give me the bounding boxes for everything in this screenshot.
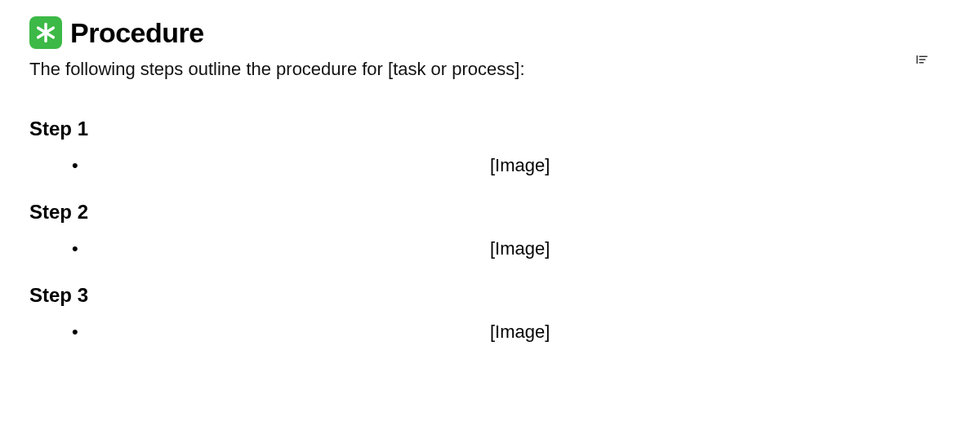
step-block: Step 1 • [Image]: [29, 117, 951, 176]
step-image-placeholder[interactable]: [Image]: [490, 321, 951, 343]
step-title[interactable]: Step 2: [29, 201, 951, 224]
bullet-icon: •: [72, 323, 78, 341]
step-row: • [Image]: [29, 238, 951, 259]
step-row: • [Image]: [29, 155, 951, 176]
step-title[interactable]: Step 1: [29, 117, 951, 140]
outline-toggle-button[interactable]: [913, 51, 931, 69]
step-title[interactable]: Step 3: [29, 284, 951, 307]
bullet-icon: •: [72, 240, 78, 258]
step-left-cell[interactable]: •: [29, 323, 490, 341]
header-row: Procedure: [29, 16, 951, 49]
step-row: • [Image]: [29, 321, 951, 343]
step-block: Step 2 • [Image]: [29, 201, 951, 259]
asterisk-icon: [29, 16, 62, 49]
step-left-cell[interactable]: •: [29, 240, 490, 258]
page-title[interactable]: Procedure: [70, 17, 204, 49]
step-left-cell[interactable]: •: [29, 157, 490, 175]
bullet-icon: •: [72, 157, 78, 175]
step-image-placeholder[interactable]: [Image]: [490, 238, 951, 259]
step-block: Step 3 • [Image]: [29, 284, 951, 343]
intro-text[interactable]: The following steps outline the procedur…: [29, 59, 951, 80]
step-image-placeholder[interactable]: [Image]: [490, 155, 951, 176]
